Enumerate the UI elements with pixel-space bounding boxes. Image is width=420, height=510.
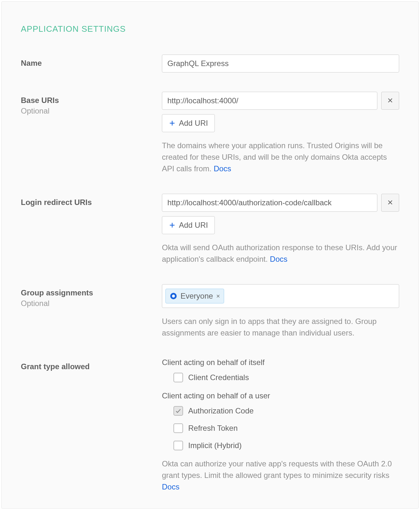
group-assignments-label-col: Group assignments Optional [21, 284, 162, 308]
grant-type-help: Okta can authorize your native app's req… [162, 458, 399, 493]
implicit-option[interactable]: Implicit (Hybrid) [173, 441, 399, 450]
base-uri-input[interactable] [162, 92, 377, 110]
grant-user-heading: Client acting on behalf of a user [162, 391, 399, 400]
name-input[interactable] [162, 55, 399, 72]
base-uri-input-group [162, 92, 399, 110]
base-uris-sublabel: Optional [21, 106, 162, 115]
group-assignments-label: Group assignments [21, 287, 162, 298]
checkbox-checked-icon [173, 406, 183, 416]
login-redirect-input-group [162, 194, 399, 212]
login-redirect-docs-link[interactable]: Docs [270, 255, 288, 263]
grant-type-label-col: Grant type allowed [21, 358, 162, 372]
close-icon [387, 199, 393, 207]
group-icon [170, 292, 177, 300]
refresh-token-label: Refresh Token [188, 424, 238, 433]
grant-self-heading: Client acting on behalf of itself [162, 358, 399, 367]
grant-type-help-text: Okta can authorize your native app's req… [162, 459, 392, 480]
base-uris-help-text: The domains where your application runs.… [162, 141, 387, 173]
checkbox-unchecked-icon [173, 423, 183, 433]
add-uri-label: Add URI [179, 221, 208, 230]
close-icon [387, 97, 393, 105]
group-assignments-sublabel: Optional [21, 299, 162, 308]
grant-type-field-col: Client acting on behalf of itself Client… [162, 358, 399, 493]
group-assignments-row: Group assignments Optional Everyone × Us… [21, 284, 399, 339]
group-token-everyone[interactable]: Everyone × [165, 289, 224, 303]
group-assignments-input[interactable]: Everyone × [162, 284, 399, 308]
checkbox-unchecked-icon [173, 441, 183, 450]
plus-icon [169, 222, 176, 229]
group-assignments-field-col: Everyone × Users can only sign in to app… [162, 284, 399, 339]
login-redirect-label: Login redirect URIs [21, 197, 162, 208]
grant-user-section: Client acting on behalf of a user Author… [162, 391, 399, 450]
group-token-remove-icon[interactable]: × [216, 293, 220, 299]
grant-self-section: Client acting on behalf of itself Client… [162, 358, 399, 382]
base-uris-row: Base URIs Optional Add URI The domains w… [21, 92, 399, 174]
svg-point-9 [172, 295, 175, 298]
base-uri-remove-button[interactable] [381, 92, 399, 110]
login-redirect-input[interactable] [162, 194, 377, 212]
name-label: Name [21, 58, 162, 69]
add-login-redirect-button[interactable]: Add URI [162, 216, 215, 234]
authorization-code-label: Authorization Code [188, 406, 254, 415]
grant-type-docs-link[interactable]: Docs [162, 482, 180, 491]
grant-type-label: Grant type allowed [21, 361, 162, 372]
section-title: APPLICATION SETTINGS [21, 24, 399, 34]
authorization-code-option[interactable]: Authorization Code [173, 406, 399, 416]
login-redirect-remove-button[interactable] [381, 194, 399, 212]
checkbox-unchecked-icon [173, 373, 183, 382]
implicit-label: Implicit (Hybrid) [188, 441, 242, 450]
base-uris-field-col: Add URI The domains where your applicati… [162, 92, 399, 174]
login-redirect-label-col: Login redirect URIs [21, 194, 162, 208]
name-row: Name [21, 55, 399, 72]
login-redirect-help: Okta will send OAuth authorization respo… [162, 242, 399, 265]
base-uris-help: The domains where your application runs.… [162, 140, 399, 174]
group-token-label: Everyone [181, 292, 213, 301]
login-redirect-row: Login redirect URIs Add URI Okta will se… [21, 194, 399, 265]
name-label-col: Name [21, 55, 162, 69]
client-credentials-option[interactable]: Client Credentials [173, 373, 399, 382]
login-redirect-field-col: Add URI Okta will send OAuth authorizati… [162, 194, 399, 265]
add-uri-label: Add URI [179, 119, 208, 128]
group-assignments-help: Users can only sign in to apps that they… [162, 316, 399, 339]
base-uris-label: Base URIs [21, 95, 162, 106]
application-settings-panel: APPLICATION SETTINGS Name Base URIs Opti… [1, 1, 419, 509]
base-uris-label-col: Base URIs Optional [21, 92, 162, 115]
base-uris-docs-link[interactable]: Docs [214, 164, 231, 173]
client-credentials-label: Client Credentials [188, 373, 249, 382]
add-base-uri-button[interactable]: Add URI [162, 114, 215, 132]
name-field-col [162, 55, 399, 72]
refresh-token-option[interactable]: Refresh Token [173, 423, 399, 433]
grant-type-row: Grant type allowed Client acting on beha… [21, 358, 399, 493]
plus-icon [169, 120, 176, 127]
